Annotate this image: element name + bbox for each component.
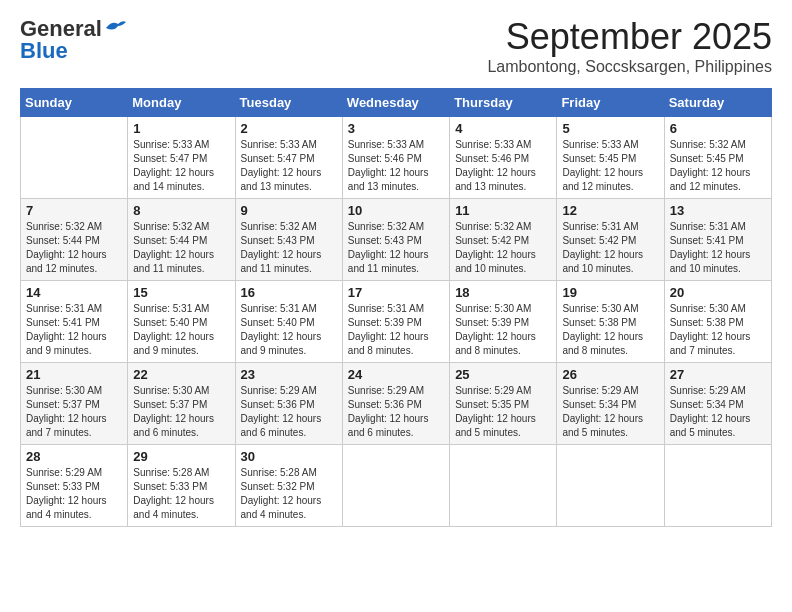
location-title: Lambontong, Soccsksargen, Philippines	[487, 58, 772, 76]
weekday-header: Friday	[557, 89, 664, 117]
calendar-cell: 11Sunrise: 5:32 AMSunset: 5:42 PMDayligh…	[450, 199, 557, 281]
day-number: 25	[455, 367, 551, 382]
day-number: 21	[26, 367, 122, 382]
day-info: Sunrise: 5:29 AMSunset: 5:36 PMDaylight:…	[241, 384, 337, 440]
day-info: Sunrise: 5:31 AMSunset: 5:40 PMDaylight:…	[241, 302, 337, 358]
day-info: Sunrise: 5:29 AMSunset: 5:36 PMDaylight:…	[348, 384, 444, 440]
calendar-week-row: 1Sunrise: 5:33 AMSunset: 5:47 PMDaylight…	[21, 117, 772, 199]
day-info: Sunrise: 5:32 AMSunset: 5:44 PMDaylight:…	[133, 220, 229, 276]
calendar-cell: 4Sunrise: 5:33 AMSunset: 5:46 PMDaylight…	[450, 117, 557, 199]
calendar-cell	[21, 117, 128, 199]
day-number: 28	[26, 449, 122, 464]
day-info: Sunrise: 5:31 AMSunset: 5:39 PMDaylight:…	[348, 302, 444, 358]
calendar-cell: 8Sunrise: 5:32 AMSunset: 5:44 PMDaylight…	[128, 199, 235, 281]
day-number: 18	[455, 285, 551, 300]
weekday-header: Monday	[128, 89, 235, 117]
calendar-cell: 23Sunrise: 5:29 AMSunset: 5:36 PMDayligh…	[235, 363, 342, 445]
day-number: 24	[348, 367, 444, 382]
weekday-header: Saturday	[664, 89, 771, 117]
calendar-cell: 7Sunrise: 5:32 AMSunset: 5:44 PMDaylight…	[21, 199, 128, 281]
day-info: Sunrise: 5:32 AMSunset: 5:43 PMDaylight:…	[348, 220, 444, 276]
calendar-cell: 16Sunrise: 5:31 AMSunset: 5:40 PMDayligh…	[235, 281, 342, 363]
day-info: Sunrise: 5:30 AMSunset: 5:38 PMDaylight:…	[670, 302, 766, 358]
day-number: 14	[26, 285, 122, 300]
calendar-week-row: 7Sunrise: 5:32 AMSunset: 5:44 PMDaylight…	[21, 199, 772, 281]
day-info: Sunrise: 5:33 AMSunset: 5:46 PMDaylight:…	[348, 138, 444, 194]
calendar-cell	[664, 445, 771, 527]
day-info: Sunrise: 5:32 AMSunset: 5:42 PMDaylight:…	[455, 220, 551, 276]
day-info: Sunrise: 5:29 AMSunset: 5:34 PMDaylight:…	[562, 384, 658, 440]
calendar-cell: 26Sunrise: 5:29 AMSunset: 5:34 PMDayligh…	[557, 363, 664, 445]
calendar-cell: 2Sunrise: 5:33 AMSunset: 5:47 PMDaylight…	[235, 117, 342, 199]
weekday-header: Wednesday	[342, 89, 449, 117]
day-info: Sunrise: 5:29 AMSunset: 5:35 PMDaylight:…	[455, 384, 551, 440]
weekday-header: Tuesday	[235, 89, 342, 117]
day-info: Sunrise: 5:32 AMSunset: 5:45 PMDaylight:…	[670, 138, 766, 194]
calendar-cell: 3Sunrise: 5:33 AMSunset: 5:46 PMDaylight…	[342, 117, 449, 199]
logo: General Blue	[20, 16, 126, 64]
calendar-cell: 15Sunrise: 5:31 AMSunset: 5:40 PMDayligh…	[128, 281, 235, 363]
day-number: 22	[133, 367, 229, 382]
day-number: 16	[241, 285, 337, 300]
day-info: Sunrise: 5:30 AMSunset: 5:39 PMDaylight:…	[455, 302, 551, 358]
day-number: 9	[241, 203, 337, 218]
calendar-week-row: 28Sunrise: 5:29 AMSunset: 5:33 PMDayligh…	[21, 445, 772, 527]
day-number: 13	[670, 203, 766, 218]
day-info: Sunrise: 5:31 AMSunset: 5:41 PMDaylight:…	[26, 302, 122, 358]
day-number: 20	[670, 285, 766, 300]
day-number: 2	[241, 121, 337, 136]
day-number: 27	[670, 367, 766, 382]
day-number: 5	[562, 121, 658, 136]
calendar-cell: 10Sunrise: 5:32 AMSunset: 5:43 PMDayligh…	[342, 199, 449, 281]
day-number: 23	[241, 367, 337, 382]
title-area: September 2025 Lambontong, Soccsksargen,…	[487, 16, 772, 76]
day-info: Sunrise: 5:29 AMSunset: 5:34 PMDaylight:…	[670, 384, 766, 440]
day-number: 26	[562, 367, 658, 382]
day-number: 8	[133, 203, 229, 218]
calendar-cell: 25Sunrise: 5:29 AMSunset: 5:35 PMDayligh…	[450, 363, 557, 445]
calendar-cell: 27Sunrise: 5:29 AMSunset: 5:34 PMDayligh…	[664, 363, 771, 445]
day-number: 3	[348, 121, 444, 136]
calendar-week-row: 14Sunrise: 5:31 AMSunset: 5:41 PMDayligh…	[21, 281, 772, 363]
calendar-table: SundayMondayTuesdayWednesdayThursdayFrid…	[20, 88, 772, 527]
day-info: Sunrise: 5:30 AMSunset: 5:38 PMDaylight:…	[562, 302, 658, 358]
month-title: September 2025	[487, 16, 772, 58]
day-number: 12	[562, 203, 658, 218]
day-info: Sunrise: 5:30 AMSunset: 5:37 PMDaylight:…	[26, 384, 122, 440]
calendar-cell: 12Sunrise: 5:31 AMSunset: 5:42 PMDayligh…	[557, 199, 664, 281]
day-info: Sunrise: 5:31 AMSunset: 5:40 PMDaylight:…	[133, 302, 229, 358]
calendar-cell: 19Sunrise: 5:30 AMSunset: 5:38 PMDayligh…	[557, 281, 664, 363]
calendar-cell: 22Sunrise: 5:30 AMSunset: 5:37 PMDayligh…	[128, 363, 235, 445]
calendar-cell: 6Sunrise: 5:32 AMSunset: 5:45 PMDaylight…	[664, 117, 771, 199]
logo-bird-icon	[104, 18, 126, 36]
calendar-cell: 13Sunrise: 5:31 AMSunset: 5:41 PMDayligh…	[664, 199, 771, 281]
day-number: 29	[133, 449, 229, 464]
day-info: Sunrise: 5:33 AMSunset: 5:45 PMDaylight:…	[562, 138, 658, 194]
calendar-cell: 24Sunrise: 5:29 AMSunset: 5:36 PMDayligh…	[342, 363, 449, 445]
day-info: Sunrise: 5:32 AMSunset: 5:43 PMDaylight:…	[241, 220, 337, 276]
logo-blue: Blue	[20, 38, 68, 64]
weekday-header: Thursday	[450, 89, 557, 117]
day-info: Sunrise: 5:33 AMSunset: 5:47 PMDaylight:…	[133, 138, 229, 194]
calendar-cell	[557, 445, 664, 527]
day-number: 15	[133, 285, 229, 300]
calendar-cell: 17Sunrise: 5:31 AMSunset: 5:39 PMDayligh…	[342, 281, 449, 363]
calendar-cell	[342, 445, 449, 527]
day-info: Sunrise: 5:29 AMSunset: 5:33 PMDaylight:…	[26, 466, 122, 522]
day-info: Sunrise: 5:30 AMSunset: 5:37 PMDaylight:…	[133, 384, 229, 440]
calendar-cell: 30Sunrise: 5:28 AMSunset: 5:32 PMDayligh…	[235, 445, 342, 527]
day-number: 4	[455, 121, 551, 136]
calendar-cell: 18Sunrise: 5:30 AMSunset: 5:39 PMDayligh…	[450, 281, 557, 363]
day-number: 19	[562, 285, 658, 300]
calendar-cell: 28Sunrise: 5:29 AMSunset: 5:33 PMDayligh…	[21, 445, 128, 527]
day-number: 17	[348, 285, 444, 300]
calendar-cell: 5Sunrise: 5:33 AMSunset: 5:45 PMDaylight…	[557, 117, 664, 199]
calendar-week-row: 21Sunrise: 5:30 AMSunset: 5:37 PMDayligh…	[21, 363, 772, 445]
day-number: 6	[670, 121, 766, 136]
calendar-cell: 20Sunrise: 5:30 AMSunset: 5:38 PMDayligh…	[664, 281, 771, 363]
weekday-header: Sunday	[21, 89, 128, 117]
calendar-cell: 9Sunrise: 5:32 AMSunset: 5:43 PMDaylight…	[235, 199, 342, 281]
calendar-cell: 21Sunrise: 5:30 AMSunset: 5:37 PMDayligh…	[21, 363, 128, 445]
calendar-cell	[450, 445, 557, 527]
day-info: Sunrise: 5:31 AMSunset: 5:42 PMDaylight:…	[562, 220, 658, 276]
